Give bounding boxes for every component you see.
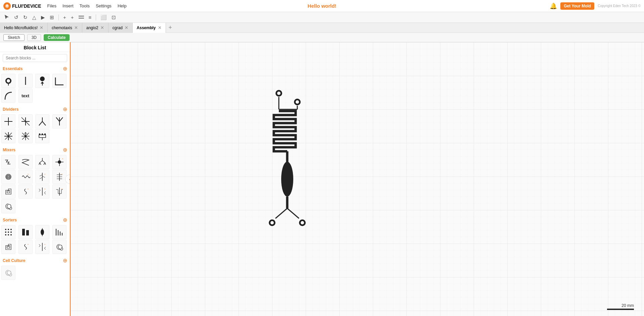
tab-close-chemotaxis[interactable]: ✕ [74, 25, 78, 30]
menu-insert[interactable]: Insert [62, 3, 74, 8]
equal-horiz-button[interactable] [77, 14, 85, 21]
tab-angio2[interactable]: angio2 ✕ [82, 23, 109, 33]
block-circle-spiral[interactable] [1, 199, 15, 213]
tab-label: Hello Microfluidics! [4, 25, 38, 30]
tab-close-assembly[interactable]: ✕ [158, 25, 162, 30]
canvas-area[interactable]: 20 mm [71, 42, 644, 316]
block-dot-grid[interactable] [1, 225, 15, 239]
block-snake[interactable] [18, 155, 33, 169]
viewmode-bar: Sketch 3D Calculate [0, 33, 644, 42]
tab-label: cgrad [113, 25, 123, 30]
block-text[interactable]: text [18, 89, 33, 103]
block-y-div[interactable] [35, 114, 49, 128]
block-wavy-mix[interactable]: * [18, 170, 33, 184]
block-burst-div[interactable] [18, 129, 33, 143]
block-bar-sort[interactable] [18, 225, 33, 239]
section-essentials-collapse[interactable]: ⊕ [63, 65, 67, 72]
tab-close-cgrad[interactable]: ✕ [125, 25, 128, 30]
block-branch-mix[interactable]: * [35, 170, 49, 184]
search-input[interactable] [3, 54, 67, 62]
grid-button[interactable]: ⊞ [48, 14, 55, 21]
tab-cgrad[interactable]: cgrad ✕ [109, 23, 133, 33]
svg-point-107 [281, 162, 293, 197]
undo-button[interactable]: ↺ [13, 14, 20, 21]
mirror-button[interactable]: △ [31, 14, 38, 21]
tab-chemotaxis[interactable]: chemotaxis ✕ [48, 23, 82, 33]
section-cell-culture-collapse[interactable]: ⊕ [63, 257, 67, 264]
add-horiz-button[interactable]: + [62, 14, 68, 21]
sketch-button[interactable]: Sketch [3, 34, 25, 41]
block-star-div[interactable] [1, 129, 15, 143]
main-area: Block List Essentials ⊕ [0, 42, 644, 316]
tab-add-button[interactable]: + [166, 24, 175, 31]
menu-files[interactable]: Files [47, 3, 56, 8]
toolbar: ↺ ↻ △ ▶ ⊞ + + ≡ ⬜ ⊡ [0, 12, 644, 23]
notification-bell[interactable]: 🔔 [550, 2, 557, 10]
tab-label: chemotaxis [52, 25, 72, 30]
menu-help[interactable]: Help [118, 3, 127, 8]
block-t-div[interactable] [1, 114, 15, 128]
block-cross-div[interactable] [18, 114, 33, 128]
svg-point-72 [5, 229, 6, 230]
crop-button[interactable]: ⊡ [110, 14, 117, 21]
svg-rect-81 [22, 229, 25, 235]
block-line[interactable] [18, 74, 33, 88]
tab-hello-microfluidics[interactable]: Hello Microfluidics! ✕ [0, 23, 48, 33]
logo-icon [3, 2, 11, 10]
block-starburst-mix[interactable]: * [52, 155, 67, 169]
menu-tools[interactable]: Tools [80, 3, 90, 8]
add-vert-button[interactable]: + [70, 14, 75, 21]
svg-point-100 [277, 92, 281, 95]
svg-point-74 [10, 229, 12, 230]
block-wavy2-mix[interactable]: * [18, 185, 33, 199]
section-cell-culture-label: Cell Culture [3, 258, 25, 263]
block-line-sort[interactable] [52, 225, 67, 239]
svg-text:*: * [28, 173, 29, 176]
app-name: FLUI'DEVICE [12, 3, 41, 9]
3d-button[interactable]: 3D [27, 34, 41, 41]
section-sorters-collapse[interactable]: ⊕ [63, 217, 67, 223]
block-zigzag[interactable] [1, 155, 15, 169]
block-circle-port[interactable] [1, 74, 15, 88]
get-mold-button[interactable]: Get Your Mold [560, 2, 594, 10]
svg-point-73 [8, 229, 9, 230]
block-branch3[interactable]: * [35, 240, 49, 254]
section-essentials: Essentials ⊕ [0, 64, 70, 73]
block-wavy3[interactable]: * [18, 240, 33, 254]
block-tree-mix[interactable] [35, 155, 49, 169]
svg-line-56 [40, 177, 42, 179]
svg-text:*: * [28, 243, 29, 246]
menu-settings[interactable]: Settings [96, 3, 112, 8]
svg-point-1 [6, 4, 8, 6]
tab-close-hello[interactable]: ✕ [40, 25, 43, 30]
section-mixers-collapse[interactable]: ⊕ [63, 147, 67, 153]
block-corner[interactable] [52, 74, 67, 88]
section-sorters-label: Sorters [3, 218, 17, 222]
frame-button[interactable]: ⬜ [99, 14, 108, 21]
play-button[interactable]: ▶ [40, 14, 46, 21]
calculate-button[interactable]: Calculate [44, 34, 70, 41]
block-circle-spiral2[interactable] [52, 240, 67, 254]
block-complex-mix[interactable]: * [52, 170, 67, 184]
block-droplet-sort[interactable] [35, 225, 49, 239]
block-cell-spiral[interactable] [1, 266, 15, 280]
svg-line-55 [42, 176, 45, 177]
topbar-right: 🔔 Get Your Mold Copyright Eden Tech 2023… [550, 2, 641, 10]
cursor-tool[interactable] [3, 13, 11, 21]
svg-point-102 [296, 100, 299, 104]
block-castle-div[interactable] [35, 129, 49, 143]
tab-assembly[interactable]: Assembly ✕ [133, 23, 166, 33]
redo-button[interactable]: ↻ [22, 14, 29, 21]
block-arrow-div[interactable] [52, 114, 67, 128]
block-branch2-mix[interactable]: * [35, 185, 49, 199]
tab-close-angio2[interactable]: ✕ [100, 25, 104, 30]
block-curve[interactable] [1, 89, 15, 103]
block-drop-port[interactable] [35, 74, 49, 88]
block-complex2-mix[interactable]: * [52, 185, 67, 199]
block-square-spiral2[interactable] [1, 240, 15, 254]
block-square-spiral[interactable] [1, 185, 15, 199]
equal-vert-button[interactable]: ≡ [87, 14, 93, 21]
svg-point-83 [41, 229, 44, 235]
block-spiral[interactable] [1, 170, 15, 184]
section-dividers-collapse[interactable]: ⊕ [63, 106, 67, 112]
